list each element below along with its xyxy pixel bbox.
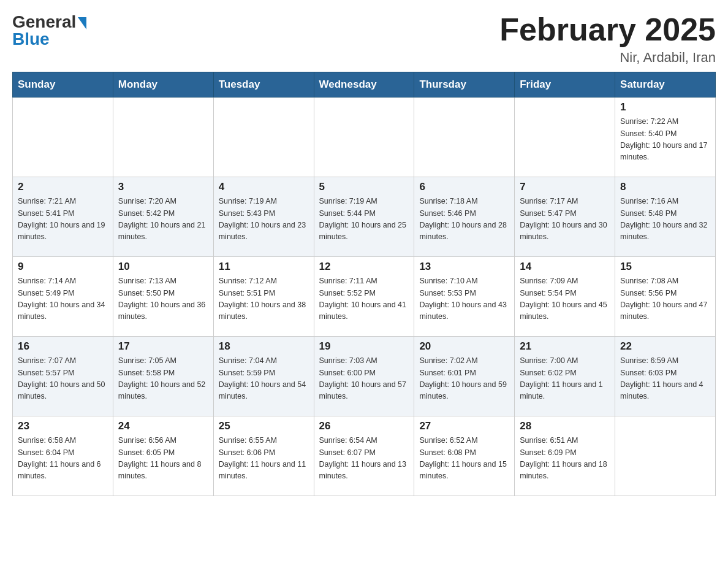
day-number: 1	[620, 101, 710, 113]
day-info: Sunrise: 7:21 AMSunset: 5:41 PMDaylight:…	[18, 196, 108, 243]
day-info: Sunrise: 7:10 AMSunset: 5:53 PMDaylight:…	[419, 275, 509, 323]
calendar-cell: 16Sunrise: 7:07 AMSunset: 5:57 PMDayligh…	[13, 337, 113, 416]
calendar-cell: 18Sunrise: 7:04 AMSunset: 5:59 PMDayligh…	[213, 337, 314, 416]
day-info: Sunrise: 6:56 AMSunset: 6:05 PMDaylight:…	[118, 435, 208, 483]
day-number: 17	[118, 340, 208, 353]
calendar-week-row: 1Sunrise: 7:22 AMSunset: 5:40 PMDaylight…	[13, 98, 716, 177]
day-number: 21	[520, 340, 610, 353]
calendar-title: February 2025	[499, 12, 716, 47]
calendar-cell	[113, 98, 213, 177]
day-number: 22	[620, 340, 710, 353]
calendar-cell: 28Sunrise: 6:51 AMSunset: 6:09 PMDayligh…	[515, 416, 615, 496]
calendar-cell: 8Sunrise: 7:16 AMSunset: 5:48 PMDaylight…	[615, 177, 716, 257]
day-info: Sunrise: 6:59 AMSunset: 6:03 PMDaylight:…	[620, 355, 710, 403]
day-info: Sunrise: 7:05 AMSunset: 5:58 PMDaylight:…	[118, 355, 208, 403]
weekday-header-thursday: Thursday	[414, 72, 515, 98]
day-info: Sunrise: 7:22 AMSunset: 5:40 PMDaylight:…	[620, 116, 710, 164]
day-info: Sunrise: 7:03 AMSunset: 6:00 PMDaylight:…	[319, 355, 409, 403]
calendar-cell: 10Sunrise: 7:13 AMSunset: 5:50 PMDayligh…	[113, 257, 213, 337]
weekday-header-tuesday: Tuesday	[213, 72, 314, 98]
day-number: 25	[219, 420, 309, 432]
calendar-week-row: 23Sunrise: 6:58 AMSunset: 6:04 PMDayligh…	[13, 416, 716, 496]
calendar-cell: 23Sunrise: 6:58 AMSunset: 6:04 PMDayligh…	[13, 416, 113, 496]
calendar-cell: 22Sunrise: 6:59 AMSunset: 6:03 PMDayligh…	[615, 337, 716, 416]
day-info: Sunrise: 7:18 AMSunset: 5:46 PMDaylight:…	[419, 196, 509, 243]
calendar-cell	[13, 98, 113, 177]
day-number: 13	[419, 261, 509, 273]
day-number: 27	[419, 420, 509, 432]
logo-blue-text: Blue	[12, 29, 50, 49]
logo: General Blue	[12, 12, 86, 49]
calendar-cell: 26Sunrise: 6:54 AMSunset: 6:07 PMDayligh…	[314, 416, 414, 496]
weekday-header-friday: Friday	[515, 72, 615, 98]
calendar-week-row: 2Sunrise: 7:21 AMSunset: 5:41 PMDaylight…	[13, 177, 716, 257]
calendar-cell: 2Sunrise: 7:21 AMSunset: 5:41 PMDaylight…	[13, 177, 113, 257]
calendar-cell: 12Sunrise: 7:11 AMSunset: 5:52 PMDayligh…	[314, 257, 414, 337]
day-number: 2	[18, 181, 108, 193]
weekday-header-row: SundayMondayTuesdayWednesdayThursdayFrid…	[13, 72, 716, 98]
calendar-cell: 3Sunrise: 7:20 AMSunset: 5:42 PMDaylight…	[113, 177, 213, 257]
weekday-header-saturday: Saturday	[615, 72, 716, 98]
day-number: 8	[620, 181, 710, 193]
day-info: Sunrise: 7:00 AMSunset: 6:02 PMDaylight:…	[520, 355, 610, 403]
calendar-week-row: 16Sunrise: 7:07 AMSunset: 5:57 PMDayligh…	[13, 337, 716, 416]
calendar-cell: 9Sunrise: 7:14 AMSunset: 5:49 PMDaylight…	[13, 257, 113, 337]
calendar-table: SundayMondayTuesdayWednesdayThursdayFrid…	[12, 72, 716, 496]
day-info: Sunrise: 7:07 AMSunset: 5:57 PMDaylight:…	[18, 355, 108, 403]
day-info: Sunrise: 7:09 AMSunset: 5:54 PMDaylight:…	[520, 275, 610, 323]
weekday-header-sunday: Sunday	[13, 72, 113, 98]
calendar-cell	[515, 98, 615, 177]
day-number: 28	[520, 420, 610, 432]
day-info: Sunrise: 7:13 AMSunset: 5:50 PMDaylight:…	[118, 275, 208, 323]
calendar-cell: 13Sunrise: 7:10 AMSunset: 5:53 PMDayligh…	[414, 257, 515, 337]
day-number: 9	[18, 261, 108, 273]
day-info: Sunrise: 6:52 AMSunset: 6:08 PMDaylight:…	[419, 435, 509, 483]
calendar-cell: 24Sunrise: 6:56 AMSunset: 6:05 PMDayligh…	[113, 416, 213, 496]
day-info: Sunrise: 7:17 AMSunset: 5:47 PMDaylight:…	[520, 196, 610, 243]
day-info: Sunrise: 6:54 AMSunset: 6:07 PMDaylight:…	[319, 435, 409, 483]
calendar-body: 1Sunrise: 7:22 AMSunset: 5:40 PMDaylight…	[13, 98, 716, 496]
day-info: Sunrise: 7:19 AMSunset: 5:43 PMDaylight:…	[219, 196, 309, 243]
day-info: Sunrise: 7:12 AMSunset: 5:51 PMDaylight:…	[219, 275, 309, 323]
day-number: 23	[18, 420, 108, 432]
day-number: 19	[319, 340, 409, 353]
day-number: 12	[319, 261, 409, 273]
calendar-cell: 4Sunrise: 7:19 AMSunset: 5:43 PMDaylight…	[213, 177, 314, 257]
day-number: 16	[18, 340, 108, 353]
calendar-cell: 6Sunrise: 7:18 AMSunset: 5:46 PMDaylight…	[414, 177, 515, 257]
weekday-header-monday: Monday	[113, 72, 213, 98]
day-number: 20	[419, 340, 509, 353]
day-info: Sunrise: 7:16 AMSunset: 5:48 PMDaylight:…	[620, 196, 710, 243]
day-info: Sunrise: 7:08 AMSunset: 5:56 PMDaylight:…	[620, 275, 710, 323]
calendar-cell: 15Sunrise: 7:08 AMSunset: 5:56 PMDayligh…	[615, 257, 716, 337]
calendar-cell: 7Sunrise: 7:17 AMSunset: 5:47 PMDaylight…	[515, 177, 615, 257]
calendar-week-row: 9Sunrise: 7:14 AMSunset: 5:49 PMDaylight…	[13, 257, 716, 337]
calendar-cell: 17Sunrise: 7:05 AMSunset: 5:58 PMDayligh…	[113, 337, 213, 416]
day-number: 18	[219, 340, 309, 353]
day-info: Sunrise: 7:04 AMSunset: 5:59 PMDaylight:…	[219, 355, 309, 403]
calendar-cell: 19Sunrise: 7:03 AMSunset: 6:00 PMDayligh…	[314, 337, 414, 416]
calendar-cell: 1Sunrise: 7:22 AMSunset: 5:40 PMDaylight…	[615, 98, 716, 177]
day-info: Sunrise: 7:02 AMSunset: 6:01 PMDaylight:…	[419, 355, 509, 403]
calendar-cell	[314, 98, 414, 177]
page-header: General Blue February 2025 Nir, Ardabil,…	[12, 12, 716, 66]
weekday-header-wednesday: Wednesday	[314, 72, 414, 98]
day-number: 10	[118, 261, 208, 273]
calendar-cell	[615, 416, 716, 496]
calendar-subtitle: Nir, Ardabil, Iran	[499, 50, 716, 66]
calendar-cell: 25Sunrise: 6:55 AMSunset: 6:06 PMDayligh…	[213, 416, 314, 496]
day-number: 7	[520, 181, 610, 193]
calendar-cell	[414, 98, 515, 177]
day-number: 11	[219, 261, 309, 273]
day-info: Sunrise: 7:20 AMSunset: 5:42 PMDaylight:…	[118, 196, 208, 243]
day-number: 5	[319, 181, 409, 193]
calendar-cell: 27Sunrise: 6:52 AMSunset: 6:08 PMDayligh…	[414, 416, 515, 496]
day-number: 4	[219, 181, 309, 193]
day-number: 14	[520, 261, 610, 273]
logo-triangle-icon	[78, 17, 86, 29]
day-info: Sunrise: 7:11 AMSunset: 5:52 PMDaylight:…	[319, 275, 409, 323]
calendar-cell: 5Sunrise: 7:19 AMSunset: 5:44 PMDaylight…	[314, 177, 414, 257]
day-number: 6	[419, 181, 509, 193]
day-number: 3	[118, 181, 208, 193]
calendar-cell: 20Sunrise: 7:02 AMSunset: 6:01 PMDayligh…	[414, 337, 515, 416]
